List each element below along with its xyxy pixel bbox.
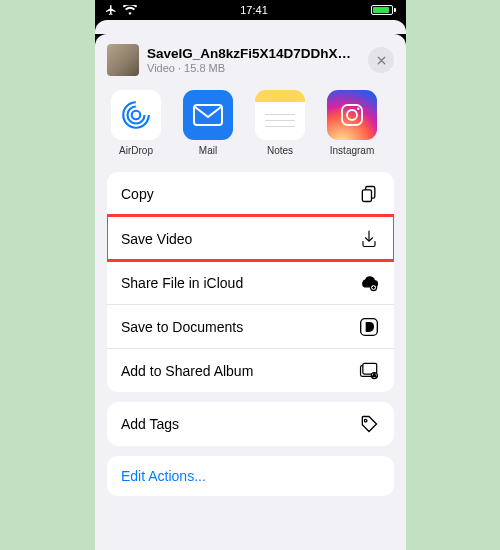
svg-point-16 xyxy=(364,419,367,422)
close-icon xyxy=(376,55,387,66)
share-targets-row[interactable]: AirDrop Mail Notes Instagram xyxy=(107,90,394,156)
action-add-tags[interactable]: Add Tags xyxy=(107,402,394,446)
file-info: SaveIG_An8kzFi5X14D7DDhXM... Video · 15.… xyxy=(147,46,360,74)
tag-icon xyxy=(358,414,380,434)
documents-app-icon xyxy=(358,317,380,337)
wifi-icon xyxy=(123,5,137,15)
svg-rect-3 xyxy=(194,105,222,125)
action-list-secondary: Add Tags xyxy=(107,402,394,446)
action-save-video[interactable]: Save Video xyxy=(107,216,394,260)
underlying-card-peek xyxy=(95,20,406,34)
airplane-mode-icon xyxy=(105,4,117,16)
share-target-airdrop[interactable]: AirDrop xyxy=(107,90,165,156)
svg-point-1 xyxy=(128,107,145,124)
share-target-mail[interactable]: Mail xyxy=(179,90,237,156)
phone-frame: 17:41 SaveIG_An8kzFi5X14D7DDhXM... Video… xyxy=(95,0,406,550)
airdrop-icon xyxy=(111,90,161,140)
battery-icon xyxy=(371,5,396,15)
action-shared-album[interactable]: Add to Shared Album xyxy=(107,348,394,392)
action-save-documents[interactable]: Save to Documents xyxy=(107,304,394,348)
action-list: Copy Save Video Share File in iCloud xyxy=(107,172,394,392)
share-target-instagram[interactable]: Instagram xyxy=(323,90,381,156)
status-bar: 17:41 xyxy=(95,0,406,20)
clock: 17:41 xyxy=(240,4,268,16)
file-name: SaveIG_An8kzFi5X14D7DDhXM... xyxy=(147,46,360,61)
instagram-icon xyxy=(327,90,377,140)
action-share-icloud[interactable]: Share File in iCloud xyxy=(107,260,394,304)
file-meta: Video · 15.8 MB xyxy=(147,62,360,74)
svg-point-5 xyxy=(347,110,357,120)
mail-icon xyxy=(183,90,233,140)
svg-point-6 xyxy=(357,108,360,111)
svg-rect-9 xyxy=(362,190,371,202)
notes-icon xyxy=(255,90,305,140)
edit-actions-button[interactable]: Edit Actions... xyxy=(107,456,394,496)
shared-album-icon xyxy=(358,362,380,380)
download-icon xyxy=(358,229,380,249)
action-copy[interactable]: Copy xyxy=(107,172,394,216)
icloud-share-icon xyxy=(358,274,380,292)
svg-point-0 xyxy=(132,111,141,120)
share-target-notes[interactable]: Notes xyxy=(251,90,309,156)
share-sheet: SaveIG_An8kzFi5X14D7DDhXM... Video · 15.… xyxy=(95,34,406,550)
close-button[interactable] xyxy=(368,47,394,73)
sheet-header: SaveIG_An8kzFi5X14D7DDhXM... Video · 15.… xyxy=(107,44,394,76)
file-thumbnail xyxy=(107,44,139,76)
copy-icon xyxy=(358,184,380,204)
